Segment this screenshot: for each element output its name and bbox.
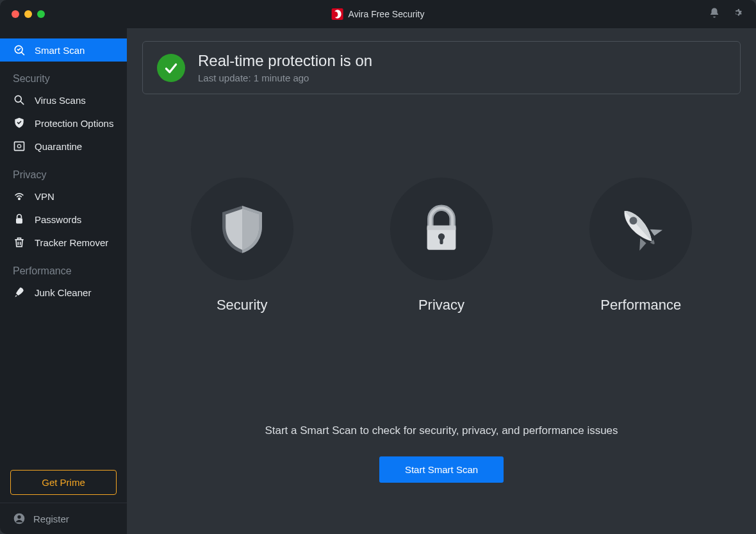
settings-icon[interactable] (732, 7, 743, 21)
sidebar-item-smart-scan[interactable]: Smart Scan (0, 38, 127, 62)
svg-line-1 (21, 52, 24, 54)
lock-large-icon (390, 178, 493, 280)
sidebar-item-label: Virus Scans (35, 95, 86, 106)
rocket-small-icon (13, 286, 26, 299)
feature-privacy-label: Privacy (418, 297, 464, 313)
app-title: Avira Free Security (349, 9, 425, 19)
vpn-signal-icon (13, 190, 26, 203)
trash-icon (13, 236, 26, 249)
sidebar-item-label: Tracker Remover (35, 237, 108, 248)
register-button[interactable]: Register (0, 503, 127, 534)
svg-point-2 (15, 96, 21, 102)
avira-logo-icon (332, 8, 343, 20)
status-check-icon (157, 54, 185, 82)
start-smart-scan-button[interactable]: Start Smart Scan (379, 456, 504, 483)
feature-security-label: Security (217, 297, 267, 313)
scan-prompt-text: Start a Smart Scan to check for security… (142, 424, 741, 437)
user-icon (13, 512, 26, 525)
sidebar-heading-privacy: Privacy (0, 158, 127, 185)
get-prime-label: Get Prime (42, 477, 85, 488)
feature-performance[interactable]: Performance (589, 178, 692, 313)
sidebar-heading-security: Security (0, 62, 127, 88)
quarantine-box-icon (13, 140, 26, 153)
main-content: Real-time protection is on Last update: … (127, 28, 756, 534)
sidebar-item-label: Smart Scan (35, 45, 85, 56)
sidebar-item-quarantine[interactable]: Quarantine (0, 135, 127, 158)
smart-scan-icon (13, 44, 26, 56)
register-label: Register (33, 513, 69, 524)
status-title: Real-time protection is on (198, 52, 372, 70)
rocket-large-icon (589, 178, 692, 280)
sidebar-item-passwords[interactable]: Passwords (0, 208, 127, 231)
sidebar: Smart Scan Security Virus Scans Protecti… (0, 28, 127, 534)
sidebar-item-label: Passwords (35, 214, 81, 225)
notifications-icon[interactable] (709, 7, 720, 21)
svg-point-11 (17, 515, 21, 519)
window-maximize-button[interactable] (37, 10, 45, 18)
sidebar-heading-performance: Performance (0, 254, 127, 281)
feature-performance-label: Performance (600, 297, 681, 313)
titlebar: Avira Free Security (0, 0, 756, 28)
features-row: Security Privacy (142, 178, 741, 313)
status-subtitle: Last update: 1 minute ago (198, 72, 372, 83)
feature-security[interactable]: Security (191, 178, 293, 313)
sidebar-item-junk-cleaner[interactable]: Junk Cleaner (0, 281, 127, 304)
svg-line-3 (21, 102, 24, 104)
svg-rect-15 (440, 238, 443, 244)
sidebar-item-protection-options[interactable]: Protection Options (0, 112, 127, 135)
sidebar-item-vpn[interactable]: VPN (0, 185, 127, 208)
svg-point-6 (19, 198, 21, 200)
feature-privacy[interactable]: Privacy (390, 178, 493, 313)
sidebar-item-tracker-remover[interactable]: Tracker Remover (0, 231, 127, 254)
get-prime-button[interactable]: Get Prime (10, 470, 117, 495)
window-close-button[interactable] (12, 10, 19, 18)
svg-rect-7 (16, 218, 22, 223)
magnify-scan-icon (13, 94, 26, 106)
sidebar-item-label: Junk Cleaner (35, 287, 91, 298)
svg-rect-13 (427, 226, 456, 230)
window-minimize-button[interactable] (24, 10, 32, 18)
sidebar-item-label: VPN (35, 191, 54, 202)
scan-button-label: Start Smart Scan (405, 464, 478, 475)
sidebar-item-label: Quarantine (35, 141, 82, 152)
shield-large-icon (191, 178, 293, 280)
lock-icon (13, 213, 26, 226)
app-title-group: Avira Free Security (332, 8, 425, 20)
shield-check-icon (13, 117, 26, 129)
status-card: Real-time protection is on Last update: … (142, 41, 741, 94)
sidebar-item-virus-scans[interactable]: Virus Scans (0, 88, 127, 112)
window-controls (0, 10, 45, 18)
sidebar-item-label: Protection Options (35, 118, 113, 129)
